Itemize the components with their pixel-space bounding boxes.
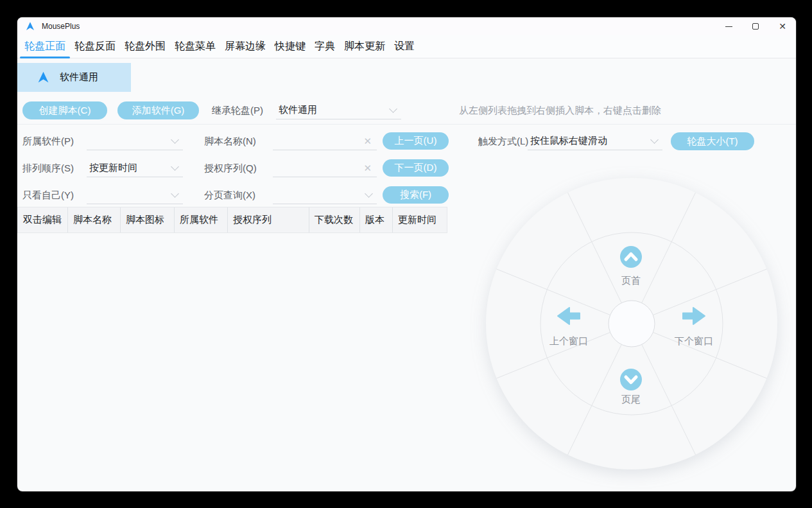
wheel-label-next-window: 下个窗口 [675, 335, 713, 346]
trigger-mode-value: 按住鼠标右键滑动 [528, 135, 652, 147]
only-mine-label: 只看自己(Y) [22, 186, 74, 204]
chevron-down-icon [171, 162, 179, 171]
add-software-button[interactable]: 添加软件(G) [117, 101, 199, 119]
col-script-icon[interactable]: 脚本图标 [121, 207, 175, 232]
minimize-icon [725, 26, 732, 27]
app-arrow-icon [37, 71, 50, 84]
tab-wheel-menu[interactable]: 轮盘菜单 [170, 35, 220, 58]
inherit-wheel-value: 软件通用 [276, 104, 390, 116]
next-page-button[interactable]: 下一页(D) [383, 159, 449, 177]
chevron-down-icon [650, 136, 659, 144]
owner-software-select[interactable] [87, 132, 183, 150]
clear-icon[interactable]: ✕ [363, 162, 372, 174]
chevron-down-icon [171, 136, 179, 144]
script-table-header: 双击编辑 脚本名称 脚本图标 所属软件 授权序列 下载次数 版本 更新时间 [17, 207, 447, 233]
selected-app-label: 软件通用 [60, 71, 98, 83]
tab-screen-edge[interactable]: 屏幕边缘 [220, 35, 270, 58]
col-owner-software[interactable]: 所属软件 [175, 207, 228, 232]
auth-serial-input[interactable]: ✕ [273, 159, 377, 177]
tab-script-update[interactable]: 脚本更新 [340, 35, 390, 58]
app-logo-icon [25, 21, 35, 31]
tab-wheel-outer[interactable]: 轮盘外围 [120, 35, 170, 58]
sort-order-label: 排列顺序(S) [22, 159, 74, 177]
wheel-label-page-top: 页首 [621, 275, 641, 286]
script-name-input[interactable]: ✕ [273, 132, 377, 150]
wheel-item-page-top[interactable] [620, 246, 642, 268]
wheel-preview: 页首 上个窗口 下个窗口 页尾 [478, 170, 786, 478]
wheel-item-page-bottom[interactable] [620, 369, 642, 390]
auth-serial-label: 授权序列(Q) [204, 159, 257, 177]
prev-page-button[interactable]: 上一页(U) [383, 132, 449, 150]
window-title: MousePlus [42, 22, 80, 31]
chevron-down-icon [171, 189, 179, 198]
drag-hint-text: 从左侧列表拖拽到右侧插入脚本，右键点击删除 [459, 101, 661, 119]
sort-order-select[interactable]: 按更新时间 [87, 159, 183, 177]
clear-icon[interactable]: ✕ [363, 136, 372, 147]
selected-app-item[interactable]: 软件通用 [17, 63, 131, 92]
wheel-center-circle [609, 301, 655, 347]
inherit-wheel-label: 继承轮盘(P) [212, 101, 263, 119]
minimize-button[interactable] [715, 17, 742, 35]
sort-order-value: 按更新时间 [87, 162, 172, 174]
close-button[interactable]: ✕ [769, 17, 796, 35]
close-icon: ✕ [779, 22, 786, 31]
create-script-button[interactable]: 创建脚本(C) [22, 101, 107, 119]
maximize-icon [752, 23, 759, 30]
only-mine-select[interactable] [87, 186, 183, 204]
inherit-wheel-select[interactable]: 软件通用 [276, 101, 401, 119]
script-name-label: 脚本名称(N) [204, 132, 256, 150]
wheel-label-page-bottom: 页尾 [621, 394, 641, 405]
trigger-mode-label: 触发方式(L) [478, 132, 528, 150]
main-tab-bar: 轮盘正面 轮盘反面 轮盘外围 轮盘菜单 屏幕边缘 快捷键 字典 脚本更新 设置 [17, 35, 796, 58]
trigger-mode-select[interactable]: 按住鼠标右键滑动 [528, 132, 662, 150]
tab-settings[interactable]: 设置 [390, 35, 419, 58]
col-version[interactable]: 版本 [360, 207, 393, 232]
wheel-size-button[interactable]: 轮盘大小(T) [671, 132, 754, 150]
chevron-down-icon [389, 105, 397, 113]
page-query-label: 分页查询(X) [204, 186, 255, 204]
circle-chevron-up-icon [620, 246, 642, 268]
circle-chevron-down-icon [620, 369, 642, 390]
wheel-label-prev-window: 上个窗口 [549, 335, 588, 346]
tab-wheel-front[interactable]: 轮盘正面 [20, 35, 70, 58]
owner-software-label: 所属软件(P) [22, 132, 74, 150]
col-auth-serial[interactable]: 授权序列 [228, 207, 309, 232]
col-update-time[interactable]: 更新时间 [393, 207, 447, 232]
tab-hotkeys[interactable]: 快捷键 [270, 35, 310, 58]
chevron-down-icon [365, 189, 373, 198]
page-query-select[interactable] [273, 186, 377, 204]
tab-wheel-back[interactable]: 轮盘反面 [70, 35, 120, 58]
search-button[interactable]: 搜索(F) [383, 186, 449, 204]
maximize-button[interactable] [742, 17, 769, 35]
window-controls: ✕ [715, 17, 796, 35]
tab-dictionary[interactable]: 字典 [310, 35, 340, 58]
title-bar: MousePlus ✕ [17, 17, 796, 35]
toolbar-separator [17, 124, 796, 125]
col-download-count[interactable]: 下载次数 [309, 207, 360, 232]
app-window: MousePlus ✕ 轮盘正面 轮盘反面 轮盘外围 轮盘菜单 屏幕边缘 快捷键… [17, 17, 796, 491]
col-double-click-edit[interactable]: 双击编辑 [18, 207, 68, 232]
col-script-name[interactable]: 脚本名称 [68, 207, 121, 232]
